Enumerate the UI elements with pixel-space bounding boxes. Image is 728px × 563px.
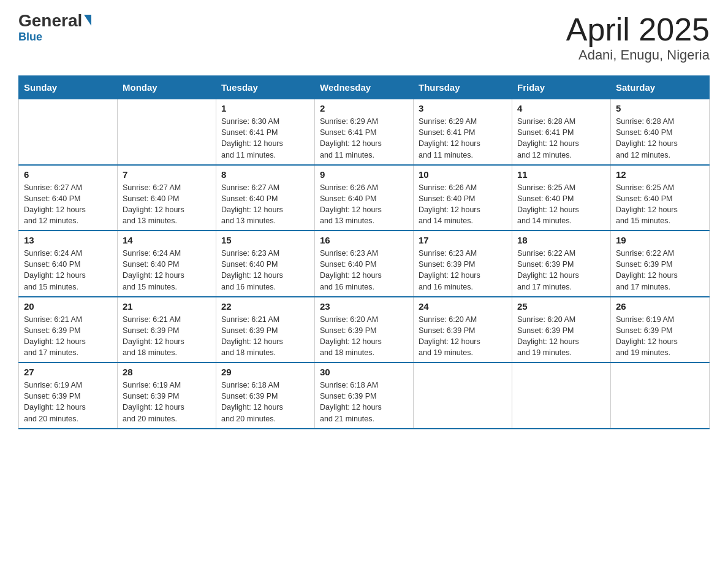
day-info: Sunrise: 6:21 AM Sunset: 6:39 PM Dayligh… [24, 314, 112, 359]
calendar-cell: 29Sunrise: 6:18 AM Sunset: 6:39 PM Dayli… [216, 362, 315, 429]
calendar-subtitle: Adani, Enugu, Nigeria [566, 47, 710, 63]
day-number: 22 [221, 301, 309, 312]
day-number: 7 [123, 169, 211, 180]
day-info: Sunrise: 6:29 AM Sunset: 6:41 PM Dayligh… [320, 116, 408, 161]
header-thursday: Thursday [414, 76, 512, 99]
day-info: Sunrise: 6:28 AM Sunset: 6:41 PM Dayligh… [517, 116, 605, 161]
day-number: 18 [517, 235, 605, 245]
day-info: Sunrise: 6:18 AM Sunset: 6:39 PM Dayligh… [221, 380, 309, 424]
calendar-week-row: 13Sunrise: 6:24 AM Sunset: 6:40 PM Dayli… [19, 231, 710, 297]
calendar-cell: 11Sunrise: 6:25 AM Sunset: 6:40 PM Dayli… [512, 165, 611, 231]
calendar-cell: 2Sunrise: 6:29 AM Sunset: 6:41 PM Daylig… [315, 99, 414, 165]
day-number: 10 [419, 169, 507, 180]
calendar-cell [414, 362, 512, 429]
header-tuesday: Tuesday [216, 76, 315, 99]
day-number: 30 [320, 367, 408, 377]
day-info: Sunrise: 6:19 AM Sunset: 6:39 PM Dayligh… [616, 314, 704, 359]
calendar-cell: 20Sunrise: 6:21 AM Sunset: 6:39 PM Dayli… [19, 297, 118, 363]
calendar-week-row: 1Sunrise: 6:30 AM Sunset: 6:41 PM Daylig… [19, 99, 710, 165]
day-number: 25 [517, 301, 605, 312]
day-info: Sunrise: 6:23 AM Sunset: 6:40 PM Dayligh… [221, 248, 309, 293]
header-monday: Monday [118, 76, 216, 99]
day-info: Sunrise: 6:22 AM Sunset: 6:39 PM Dayligh… [616, 248, 704, 293]
day-info: Sunrise: 6:19 AM Sunset: 6:39 PM Dayligh… [123, 380, 211, 424]
title-block: April 2025 Adani, Enugu, Nigeria [566, 12, 710, 63]
day-number: 26 [616, 301, 704, 312]
calendar-cell: 24Sunrise: 6:20 AM Sunset: 6:39 PM Dayli… [414, 297, 512, 363]
day-number: 17 [419, 235, 507, 245]
day-info: Sunrise: 6:18 AM Sunset: 6:39 PM Dayligh… [320, 380, 408, 424]
day-number: 5 [616, 103, 704, 113]
day-info: Sunrise: 6:27 AM Sunset: 6:40 PM Dayligh… [24, 182, 112, 227]
day-info: Sunrise: 6:25 AM Sunset: 6:40 PM Dayligh… [616, 182, 704, 227]
day-info: Sunrise: 6:20 AM Sunset: 6:39 PM Dayligh… [419, 314, 507, 359]
calendar-cell [118, 99, 216, 165]
day-info: Sunrise: 6:24 AM Sunset: 6:40 PM Dayligh… [123, 248, 211, 293]
day-info: Sunrise: 6:26 AM Sunset: 6:40 PM Dayligh… [419, 182, 507, 227]
calendar-table: SundayMondayTuesdayWednesdayThursdayFrid… [18, 75, 710, 429]
calendar-cell: 15Sunrise: 6:23 AM Sunset: 6:40 PM Dayli… [216, 231, 315, 297]
calendar-cell: 9Sunrise: 6:26 AM Sunset: 6:40 PM Daylig… [315, 165, 414, 231]
calendar-cell: 19Sunrise: 6:22 AM Sunset: 6:39 PM Dayli… [611, 231, 710, 297]
day-info: Sunrise: 6:19 AM Sunset: 6:39 PM Dayligh… [24, 380, 112, 424]
day-number: 6 [24, 169, 112, 180]
day-info: Sunrise: 6:21 AM Sunset: 6:39 PM Dayligh… [123, 314, 211, 359]
calendar-cell [611, 362, 710, 429]
day-number: 2 [320, 103, 408, 113]
day-info: Sunrise: 6:26 AM Sunset: 6:40 PM Dayligh… [320, 182, 408, 227]
day-number: 21 [123, 301, 211, 312]
calendar-cell: 21Sunrise: 6:21 AM Sunset: 6:39 PM Dayli… [118, 297, 216, 363]
day-number: 24 [419, 301, 507, 312]
header-sunday: Sunday [19, 76, 118, 99]
day-info: Sunrise: 6:27 AM Sunset: 6:40 PM Dayligh… [221, 182, 309, 227]
calendar-cell: 13Sunrise: 6:24 AM Sunset: 6:40 PM Dayli… [19, 231, 118, 297]
logo: General Blue [18, 12, 91, 44]
day-number: 27 [24, 367, 112, 377]
calendar-cell: 17Sunrise: 6:23 AM Sunset: 6:39 PM Dayli… [414, 231, 512, 297]
calendar-week-row: 20Sunrise: 6:21 AM Sunset: 6:39 PM Dayli… [19, 297, 710, 363]
calendar-cell: 30Sunrise: 6:18 AM Sunset: 6:39 PM Dayli… [315, 362, 414, 429]
calendar-cell: 23Sunrise: 6:20 AM Sunset: 6:39 PM Dayli… [315, 297, 414, 363]
calendar-cell: 28Sunrise: 6:19 AM Sunset: 6:39 PM Dayli… [118, 362, 216, 429]
calendar-cell: 7Sunrise: 6:27 AM Sunset: 6:40 PM Daylig… [118, 165, 216, 231]
day-info: Sunrise: 6:20 AM Sunset: 6:39 PM Dayligh… [320, 314, 408, 359]
calendar-cell [512, 362, 611, 429]
calendar-cell: 6Sunrise: 6:27 AM Sunset: 6:40 PM Daylig… [19, 165, 118, 231]
calendar-cell: 10Sunrise: 6:26 AM Sunset: 6:40 PM Dayli… [414, 165, 512, 231]
calendar-cell: 3Sunrise: 6:29 AM Sunset: 6:41 PM Daylig… [414, 99, 512, 165]
day-number: 28 [123, 367, 211, 377]
day-info: Sunrise: 6:25 AM Sunset: 6:40 PM Dayligh… [517, 182, 605, 227]
day-info: Sunrise: 6:27 AM Sunset: 6:40 PM Dayligh… [123, 182, 211, 227]
day-info: Sunrise: 6:29 AM Sunset: 6:41 PM Dayligh… [419, 116, 507, 161]
day-number: 13 [24, 235, 112, 245]
day-info: Sunrise: 6:21 AM Sunset: 6:39 PM Dayligh… [221, 314, 309, 359]
header-friday: Friday [512, 76, 611, 99]
day-number: 9 [320, 169, 408, 180]
calendar-cell: 18Sunrise: 6:22 AM Sunset: 6:39 PM Dayli… [512, 231, 611, 297]
day-number: 14 [123, 235, 211, 245]
day-info: Sunrise: 6:22 AM Sunset: 6:39 PM Dayligh… [517, 248, 605, 293]
calendar-header-row: SundayMondayTuesdayWednesdayThursdayFrid… [19, 76, 710, 99]
day-number: 29 [221, 367, 309, 377]
day-number: 19 [616, 235, 704, 245]
logo-sub: Blue [18, 31, 42, 44]
day-number: 3 [419, 103, 507, 113]
calendar-cell: 26Sunrise: 6:19 AM Sunset: 6:39 PM Dayli… [611, 297, 710, 363]
calendar-cell: 4Sunrise: 6:28 AM Sunset: 6:41 PM Daylig… [512, 99, 611, 165]
day-number: 4 [517, 103, 605, 113]
day-info: Sunrise: 6:23 AM Sunset: 6:40 PM Dayligh… [320, 248, 408, 293]
header-wednesday: Wednesday [315, 76, 414, 99]
calendar-week-row: 27Sunrise: 6:19 AM Sunset: 6:39 PM Dayli… [19, 362, 710, 429]
calendar-cell: 14Sunrise: 6:24 AM Sunset: 6:40 PM Dayli… [118, 231, 216, 297]
calendar-week-row: 6Sunrise: 6:27 AM Sunset: 6:40 PM Daylig… [19, 165, 710, 231]
day-info: Sunrise: 6:30 AM Sunset: 6:41 PM Dayligh… [221, 116, 309, 161]
calendar-cell: 27Sunrise: 6:19 AM Sunset: 6:39 PM Dayli… [19, 362, 118, 429]
day-number: 16 [320, 235, 408, 245]
day-number: 12 [616, 169, 704, 180]
day-number: 8 [221, 169, 309, 180]
calendar-cell: 25Sunrise: 6:20 AM Sunset: 6:39 PM Dayli… [512, 297, 611, 363]
day-number: 20 [24, 301, 112, 312]
calendar-cell: 12Sunrise: 6:25 AM Sunset: 6:40 PM Dayli… [611, 165, 710, 231]
day-number: 15 [221, 235, 309, 245]
day-number: 23 [320, 301, 408, 312]
